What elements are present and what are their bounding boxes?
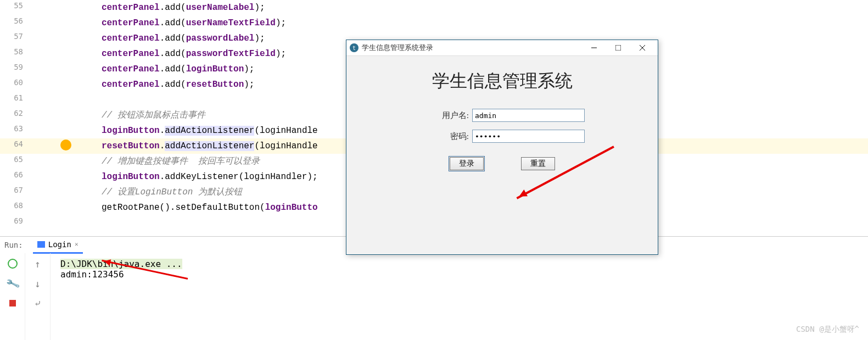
run-config-icon (37, 241, 45, 248)
login-button[interactable]: 登录 (450, 157, 484, 170)
console-line: D:\JDK\bin\java.exe ... (60, 259, 858, 269)
line-number: 56 (0, 13, 23, 29)
code-line: centerPanel.add(userNameLabel); (102, 0, 868, 15)
line-number: 60 (0, 75, 23, 90)
run-label: Run: (4, 241, 23, 249)
app-icon: t (350, 43, 359, 52)
line-number: 57 (0, 29, 23, 44)
username-input[interactable] (472, 109, 585, 122)
intention-bulb-icon[interactable] (60, 140, 71, 151)
console-output[interactable]: D:\JDK\bin\java.exe ... admin:123456 (51, 253, 868, 340)
down-icon[interactable]: ↓ (33, 278, 43, 288)
soft-wrap-icon[interactable]: ⤶ (33, 298, 43, 308)
dialog-heading: 学生信息管理系统 (346, 69, 658, 93)
password-input[interactable] (472, 130, 585, 143)
line-number: 58 (0, 44, 23, 59)
run-tab-login[interactable]: Login ✕ (33, 237, 83, 254)
reset-button[interactable]: 重置 (521, 157, 555, 170)
up-icon[interactable]: ↑ (33, 259, 43, 269)
dialog-titlebar[interactable]: t 学生信息管理系统登录 (346, 40, 658, 56)
dialog-title: 学生信息管理系统登录 (362, 43, 582, 53)
line-number: 61 (0, 90, 23, 105)
run-toolbar-left: 🔧 (0, 253, 25, 340)
line-number: 64 (0, 136, 23, 152)
close-button[interactable] (630, 41, 654, 54)
watermark: CSDN @是小蟹呀^ (796, 325, 859, 335)
line-number: 68 (0, 198, 23, 213)
line-number: 59 (0, 59, 23, 75)
minimize-button[interactable] (582, 41, 606, 54)
rerun-icon[interactable] (8, 259, 18, 269)
wrench-icon[interactable]: 🔧 (6, 277, 19, 289)
login-dialog: t 学生信息管理系统登录 学生信息管理系统 用户名: 密码: 登录 重置 (346, 40, 658, 255)
maximize-button[interactable] (606, 41, 630, 54)
editor-gutter: 555657585960616263646566676869 (0, 0, 49, 236)
run-toolbar-nav: ↑ ↓ ⤶ (25, 253, 51, 340)
line-number: 62 (0, 105, 23, 121)
line-number: 55 (0, 0, 23, 13)
close-icon[interactable]: ✕ (75, 241, 79, 248)
code-line: centerPanel.add(userNameTextField); (102, 15, 868, 31)
line-number: 65 (0, 152, 23, 167)
username-label: 用户名: (419, 110, 469, 121)
stop-icon[interactable] (8, 298, 18, 308)
svg-rect-1 (615, 45, 621, 51)
password-label: 密码: (419, 131, 469, 142)
line-number: 67 (0, 182, 23, 198)
line-number: 66 (0, 167, 23, 182)
line-number: 69 (0, 213, 23, 228)
run-tab-label: Login (48, 240, 71, 249)
line-number: 63 (0, 121, 23, 136)
